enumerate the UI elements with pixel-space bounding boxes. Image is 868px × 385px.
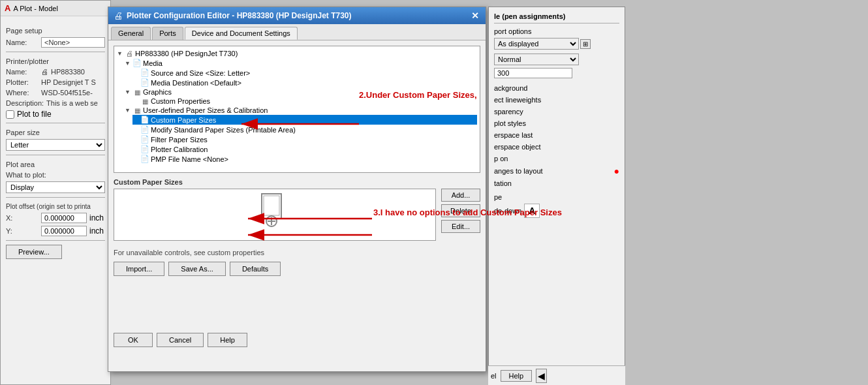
tree-source-size[interactable]: 📄 Source and Size <Size: Letter> — [132, 68, 477, 78]
changes-indicator: ● — [614, 166, 619, 176]
svg-rect-1 — [264, 196, 279, 215]
dialog-icon: 🖨 — [114, 10, 123, 21]
plot-area-label: Plot area — [6, 161, 105, 168]
y-input[interactable] — [41, 226, 87, 236]
where-label: Where: — [6, 89, 39, 97]
tree-root[interactable]: ▼ 🖨 HP883380 (HP DesignJet T730) — [117, 49, 477, 58]
tree-plotter-cal[interactable]: 📄 Plotter Calibration — [132, 144, 477, 154]
quality-select[interactable]: Normal — [494, 54, 579, 65]
tree-modify-standard[interactable]: 📄 Modify Standard Paper Sizes (Printable… — [132, 125, 477, 134]
root-icon: 🖨 — [125, 50, 134, 57]
what-to-plot-row: What to plot: — [6, 171, 105, 179]
paperspace-last-row: erspace last — [494, 131, 619, 140]
tab-ports[interactable]: Ports — [152, 27, 183, 40]
user-paper-expand: ▼ — [125, 107, 131, 114]
dpi-input[interactable] — [494, 68, 572, 78]
tab-device-document-settings[interactable]: Device and Document Settings — [185, 27, 298, 40]
lineweights-row: ect lineweights — [494, 95, 619, 104]
pen-panel-title: le (pen assignments) — [494, 12, 619, 23]
plotter-cal-icon: 📄 — [140, 145, 149, 153]
tree-pmp-file[interactable]: 📄 PMP File Name <None> — [132, 154, 477, 164]
dialog-footer-btns: Import... Save As... Defaults — [114, 262, 480, 276]
printer-name-label: Name: — [6, 68, 39, 76]
import-button[interactable]: Import... — [114, 262, 164, 276]
pen-panel: le (pen assignments) port options As dis… — [488, 7, 625, 372]
tree-custom-paper-label: Custom Paper Sizes — [151, 116, 216, 124]
desc-row: Description: This is a web se — [6, 99, 105, 107]
plot-to-file-label: Plot to file — [17, 110, 52, 119]
graphics-expand: ▼ — [125, 89, 131, 95]
tree-user-paper[interactable]: ▼ ▦ User-defined Paper Sizes & Calibrati… — [125, 106, 477, 115]
x-label: X: — [6, 214, 39, 222]
tree-custom-paper-sizes[interactable]: 📄 Custom Paper Sizes — [132, 115, 477, 125]
cancel-button[interactable]: Cancel — [157, 333, 204, 347]
page-setup-label: Page setup — [6, 27, 105, 35]
filter-icon: 📄 — [140, 135, 149, 144]
graphics-icon: ▦ — [132, 89, 142, 96]
dialog-titlebar: 🖨 Plotter Configuration Editor - HP88338… — [108, 7, 486, 24]
plot-styles-row: plot styles — [494, 119, 619, 128]
name-value: <None> — [41, 37, 105, 48]
printer-icon: 🖨 — [41, 68, 48, 76]
paperspace-last-label: erspace last — [494, 131, 533, 139]
autocad-titlebar: A A Plot - Model — [1, 1, 110, 16]
export-options-label: port options — [494, 27, 531, 35]
preview-button[interactable]: Preview... — [6, 245, 62, 259]
y-row: Y: inch — [6, 226, 105, 236]
paper-size-label: Paper size — [6, 129, 105, 136]
modify-icon: 📄 — [140, 125, 149, 134]
tree-media-dest-label: Media Destination <Default> — [151, 79, 241, 87]
dialog-tabs: General Ports Device and Document Settin… — [108, 24, 486, 40]
what-to-plot-select[interactable]: Display — [6, 181, 105, 193]
plot-to-file-checkbox[interactable] — [6, 110, 14, 119]
where-row: Where: WSD-504f515e- — [6, 89, 105, 97]
plot-offset-label: Plot offset (origin set to printa — [6, 203, 105, 210]
custom-props-icon: ▦ — [140, 98, 149, 105]
tab-general[interactable]: General — [111, 27, 151, 40]
export-options-row: port options — [494, 27, 619, 35]
printer-name-row: Name: 🖨 HP883380 — [6, 68, 105, 76]
tree-custom-props-label: Custom Properties — [151, 97, 210, 105]
dest-icon: 📄 — [140, 78, 149, 87]
save-as-button[interactable]: Save As... — [168, 262, 226, 276]
name-row: Name: <None> — [6, 37, 105, 48]
help-button[interactable]: Help — [208, 333, 247, 347]
tree-panel[interactable]: ▼ 🖨 HP883380 (HP DesignJet T730) ▼ 📄 Med… — [114, 46, 480, 173]
transparency-row: sparency — [494, 107, 619, 116]
add-button[interactable]: Add... — [441, 189, 480, 202]
tree-graphics-label: Graphics — [143, 88, 172, 96]
plotter-row: Plotter: HP Designjet T S — [6, 78, 105, 86]
type-row: pe — [494, 193, 619, 201]
export-icon-btn[interactable]: ⊞ — [580, 39, 591, 49]
orientation-row: tation — [494, 179, 619, 188]
tree-user-paper-label: User-defined Paper Sizes & Calibration — [143, 106, 268, 114]
plot-styles-label: plot styles — [494, 119, 526, 127]
autocad-title: A Plot - Model — [13, 5, 57, 12]
media-expand-icon: ▼ — [125, 60, 131, 67]
defaults-button[interactable]: Defaults — [230, 262, 281, 276]
ok-button[interactable]: OK — [114, 333, 153, 347]
edit-button[interactable]: Edit... — [441, 220, 480, 233]
paperspace-obj-row: erspace object — [494, 142, 619, 151]
pen-help-button[interactable]: Help — [501, 370, 533, 382]
custom-paper-icon: 📄 — [140, 116, 149, 124]
pmp-icon: 📄 — [140, 155, 149, 163]
printer-plotter-label: Printer/plotter — [6, 57, 105, 65]
background-label: ackground — [494, 84, 527, 92]
tree-media-dest[interactable]: 📄 Media Destination <Default> — [132, 78, 477, 87]
close-button[interactable]: ✕ — [470, 11, 480, 20]
paper-icon — [258, 192, 291, 237]
plotter-label: Plotter: — [6, 78, 39, 86]
el-label: el — [491, 372, 497, 380]
tree-media[interactable]: ▼ 📄 Media — [125, 58, 477, 68]
stamp-on-label: p on — [494, 155, 508, 162]
root-expand-icon: ▼ — [117, 50, 123, 57]
paper-size-select[interactable]: Letter — [6, 139, 105, 151]
tree-filter-label: Filter Paper Sizes — [151, 136, 208, 144]
back-button[interactable]: ◀ — [536, 369, 547, 383]
where-value: WSD-504f515e- — [41, 89, 93, 97]
export-select[interactable]: As displayed — [494, 38, 579, 50]
tree-filter-paper[interactable]: 📄 Filter Paper Sizes — [132, 134, 477, 144]
x-input[interactable] — [41, 213, 87, 223]
dialog-body: ▼ 🖨 HP883380 (HP DesignJet T730) ▼ 📄 Med… — [108, 40, 486, 352]
